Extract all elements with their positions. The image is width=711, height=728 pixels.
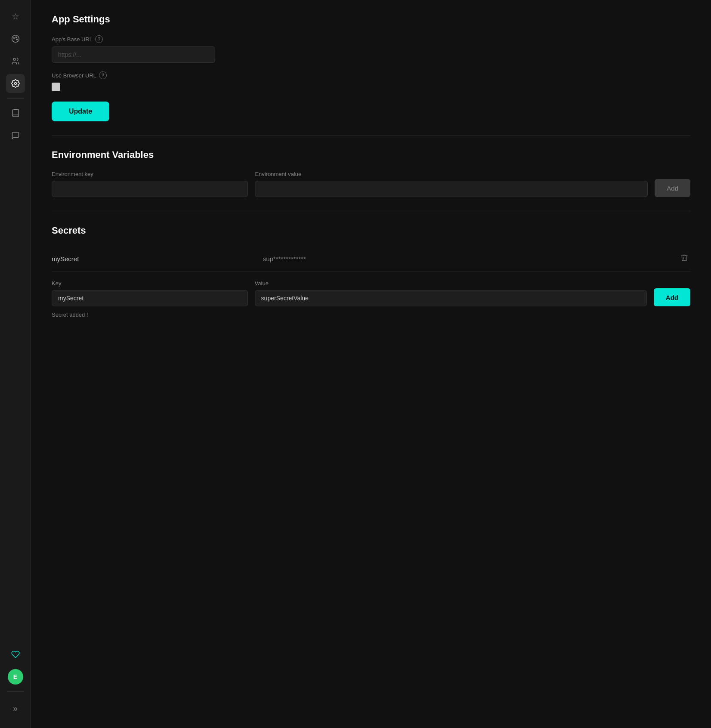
base-url-help-icon[interactable]: ? <box>95 35 103 43</box>
use-browser-url-checkbox-wrapper <box>52 83 690 93</box>
env-value-label: Environment value <box>255 171 648 177</box>
secret-add-button[interactable]: Add <box>654 288 690 306</box>
env-vars-row: Environment key Environment value Add <box>52 171 690 197</box>
secret-value-input[interactable] <box>255 290 647 306</box>
sidebar-divider-1 <box>7 98 24 99</box>
base-url-label: App's Base URL ? <box>52 35 690 43</box>
use-browser-url-checkbox[interactable] <box>52 83 60 91</box>
env-value-field-group: Environment value <box>255 171 648 197</box>
secret-value-field-group: Value <box>255 280 647 306</box>
secret-value-label: Value <box>255 280 647 287</box>
svg-point-4 <box>13 58 15 60</box>
star-icon[interactable]: ☆ <box>6 7 25 26</box>
secret-item-key: mySecret <box>52 255 256 262</box>
svg-point-1 <box>13 37 15 39</box>
delete-secret-icon[interactable] <box>678 252 690 266</box>
secret-success-message: Secret added ! <box>52 312 690 318</box>
secret-key-label: Key <box>52 280 248 287</box>
book-icon[interactable] <box>6 104 25 123</box>
settings-icon[interactable] <box>6 74 25 93</box>
env-key-input[interactable] <box>52 181 248 197</box>
secrets-section: Secrets mySecret sup************* <box>52 225 690 332</box>
secret-key-field-group: Key <box>52 280 248 306</box>
use-browser-url-label: Use Browser URL ? <box>52 71 690 79</box>
app-settings-section: App Settings App's Base URL ? Use Browse… <box>52 14 690 136</box>
sidebar-bottom: E » <box>6 645 25 721</box>
heart-icon[interactable] <box>6 645 25 664</box>
env-value-input[interactable] <box>255 181 648 197</box>
app-settings-title: App Settings <box>52 14 690 25</box>
update-button[interactable]: Update <box>52 102 109 121</box>
secrets-list: mySecret sup************* <box>52 247 690 271</box>
svg-point-3 <box>16 39 18 40</box>
secret-key-input[interactable] <box>52 290 248 306</box>
svg-point-0 <box>12 35 19 43</box>
sidebar: ☆ <box>0 0 31 728</box>
secret-item-value: sup************* <box>263 255 671 262</box>
secret-add-row: Key Value Add <box>52 280 690 306</box>
main-content: App Settings App's Base URL ? Use Browse… <box>31 0 711 728</box>
base-url-field-group: App's Base URL ? <box>52 35 690 63</box>
secret-item: mySecret sup************* <box>52 247 690 271</box>
palette-icon[interactable] <box>6 29 25 48</box>
use-browser-url-help-icon[interactable]: ? <box>99 71 107 79</box>
svg-point-5 <box>14 83 16 85</box>
chat-icon[interactable] <box>6 126 25 145</box>
svg-point-2 <box>15 37 17 38</box>
env-vars-title: Environment Variables <box>52 149 690 160</box>
expand-icon[interactable]: » <box>6 699 25 718</box>
users-icon[interactable] <box>6 52 25 71</box>
env-key-field-group: Environment key <box>52 171 248 197</box>
sidebar-divider-2 <box>7 691 24 692</box>
use-browser-url-field-group: Use Browser URL ? <box>52 71 690 93</box>
env-key-label: Environment key <box>52 171 248 177</box>
environment-variables-section: Environment Variables Environment key En… <box>52 149 690 211</box>
env-add-button[interactable]: Add <box>655 179 690 197</box>
avatar[interactable]: E <box>8 669 23 685</box>
base-url-input[interactable] <box>52 46 215 63</box>
secrets-title: Secrets <box>52 225 690 236</box>
base-url-input-wrapper <box>52 46 215 63</box>
